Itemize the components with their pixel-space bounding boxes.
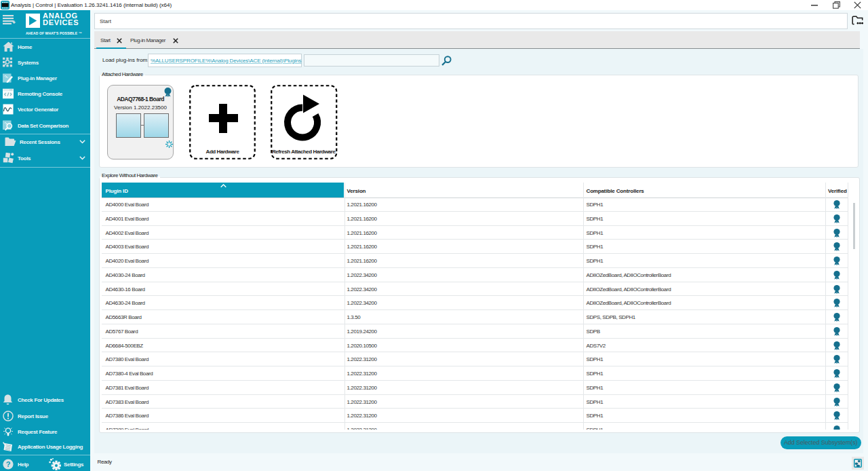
svg-text:?: ? — [6, 460, 11, 468]
